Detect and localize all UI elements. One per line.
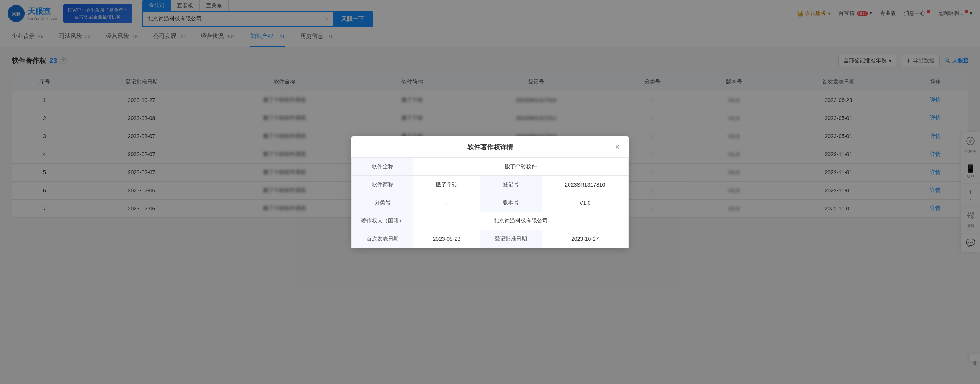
label-owner: 著作权人（国籍） xyxy=(352,212,413,226)
value-owner: 北京简游科技有限公司 xyxy=(413,212,629,226)
value-version: V1.0 xyxy=(542,194,628,212)
modal-body: 软件全称 搬了个砖软件 软件简称 搬了个砖 登记号 2023SR1317310 … xyxy=(351,157,629,225)
value-category: - xyxy=(413,194,480,212)
modal-close-button[interactable]: × xyxy=(615,143,619,151)
value-regno: 2023SR1317310 xyxy=(542,176,628,194)
modal-dialog: 软件著作权详情 × 软件全称 搬了个砖软件 软件简称 搬了个砖 登记号 xyxy=(351,136,629,225)
label-fullname: 软件全称 xyxy=(352,158,413,176)
detail-row-shortname: 软件简称 搬了个砖 登记号 2023SR1317310 xyxy=(352,176,629,194)
value-shortname: 搬了个砖 xyxy=(413,176,480,194)
value-fullname: 搬了个砖软件 xyxy=(413,158,629,176)
label-shortname: 软件简称 xyxy=(352,176,413,194)
detail-table: 软件全称 搬了个砖软件 软件简称 搬了个砖 登记号 2023SR1317310 … xyxy=(351,157,629,225)
modal-title: 软件著作权详情 xyxy=(447,143,533,152)
detail-row-owner: 著作权人（国籍） 北京简游科技有限公司 xyxy=(352,212,629,226)
detail-row-category: 分类号 - 版本号 V1.0 xyxy=(352,194,629,212)
modal-header: 软件著作权详情 × xyxy=(351,136,629,157)
label-version: 版本号 xyxy=(480,194,542,212)
detail-row-fullname: 软件全称 搬了个砖软件 xyxy=(352,158,629,176)
label-category: 分类号 xyxy=(352,194,413,212)
label-regno: 登记号 xyxy=(480,176,542,194)
modal-overlay[interactable]: 软件著作权详情 × 软件全称 搬了个砖软件 软件简称 搬了个砖 登记号 xyxy=(0,0,980,225)
